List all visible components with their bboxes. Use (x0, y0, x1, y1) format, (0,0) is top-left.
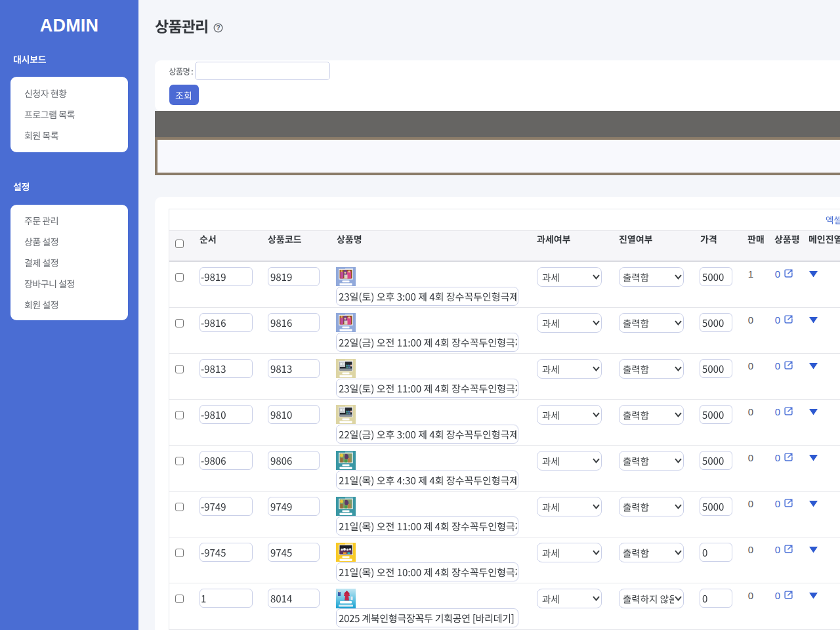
svg-text:?: ? (216, 24, 220, 32)
